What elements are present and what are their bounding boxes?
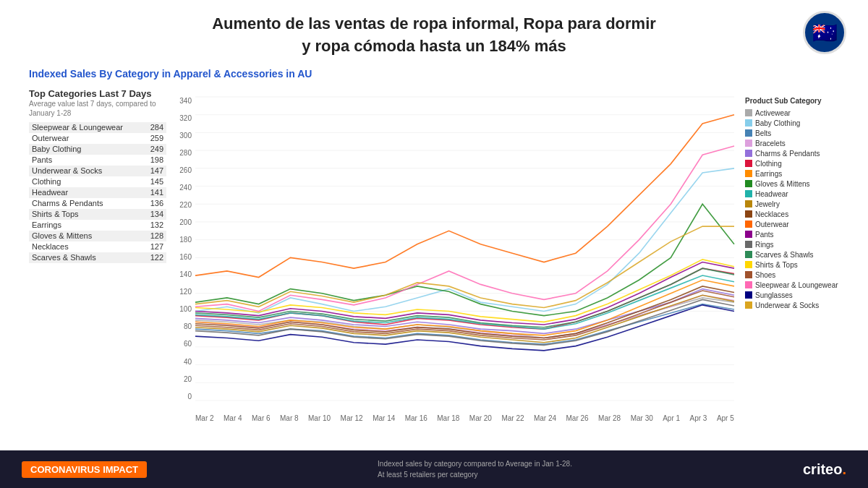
list-item: Necklaces127 xyxy=(29,241,166,252)
footer-text: Indexed sales by category compared to Av… xyxy=(378,458,572,480)
y-axis-label: 20 xyxy=(174,375,192,383)
legend-label: Rings xyxy=(755,241,774,249)
list-item: Shirts & Tops134 xyxy=(29,209,166,220)
legend-label: Shirts & Tops xyxy=(755,261,798,269)
y-axis-label: 280 xyxy=(174,149,192,157)
list-item: Outerwear259 xyxy=(29,133,166,144)
y-axis-label: 0 xyxy=(174,393,192,401)
x-axis-label: Mar 12 xyxy=(341,414,363,422)
x-axis-label: Apr 1 xyxy=(663,414,680,422)
list-item: Baby Clothing249 xyxy=(29,144,166,155)
legend-color-swatch xyxy=(745,200,752,207)
list-item: Sleepwear & Loungewear284 xyxy=(29,122,166,133)
legend-item: Bracelets xyxy=(745,140,854,147)
x-axis-label: Mar 2 xyxy=(195,414,214,422)
legend-color-swatch xyxy=(745,109,752,116)
list-item: Underwear & Socks147 xyxy=(29,166,166,176)
legend-label: Shoes xyxy=(755,271,775,279)
y-axis-label: 120 xyxy=(174,288,192,296)
legend-label: Headwear xyxy=(755,190,788,198)
legend-item: Belts xyxy=(745,129,854,137)
y-axis-label: 220 xyxy=(174,201,192,209)
legend-item: Pants xyxy=(745,231,854,239)
x-axis: Mar 2Mar 4Mar 6Mar 8Mar 10Mar 12Mar 14Ma… xyxy=(195,414,734,422)
page-title: Aumento de las ventas de ropa informal, … xyxy=(58,13,810,58)
criteo-logo: criteo. xyxy=(803,461,846,478)
legend-color-swatch xyxy=(745,231,752,238)
legend-item: Gloves & Mittens xyxy=(745,180,854,188)
y-axis-label: 140 xyxy=(174,270,192,278)
list-item: Scarves & Shawls122 xyxy=(29,252,166,263)
x-axis-label: Mar 24 xyxy=(534,414,556,422)
legend-label: Belts xyxy=(755,129,771,137)
legend-item: Sunglasses xyxy=(745,291,854,299)
y-axis-label: 240 xyxy=(174,184,192,192)
y-axis: 0204060801001201401601802002202402602803… xyxy=(174,97,192,401)
coronavirus-badge: CORONAVIRUS IMPACT xyxy=(22,461,147,478)
legend-label: Charms & Pendants xyxy=(755,150,820,158)
y-axis-label: 340 xyxy=(174,97,192,105)
legend-label: Outerwear xyxy=(755,221,789,228)
main-content: Top Categories Last 7 Days Average value… xyxy=(0,82,868,437)
legend-color-swatch xyxy=(745,241,752,248)
x-axis-label: Mar 6 xyxy=(252,414,271,422)
legend-item: Shirts & Tops xyxy=(745,261,854,269)
legend-color-swatch xyxy=(745,180,752,187)
y-axis-label: 180 xyxy=(174,236,192,244)
legend-color-swatch xyxy=(745,170,752,177)
y-axis-label: 100 xyxy=(174,305,192,313)
legend-item: Scarves & Shawls xyxy=(745,251,854,259)
x-axis-label: Mar 8 xyxy=(280,414,299,422)
legend-color-swatch xyxy=(745,221,752,228)
x-axis-label: Mar 20 xyxy=(469,414,492,422)
legend-item: Jewelry xyxy=(745,200,854,208)
legend-color-swatch xyxy=(745,160,752,167)
top-categories-title: Top Categories Last 7 Days xyxy=(29,88,166,99)
list-item: Clothing145 xyxy=(29,176,166,187)
x-axis-label: Apr 5 xyxy=(717,414,734,422)
legend-color-swatch xyxy=(745,271,752,278)
list-item: Headwear141 xyxy=(29,187,166,198)
y-axis-label: 200 xyxy=(174,218,192,226)
legend-color-swatch xyxy=(745,119,752,127)
legend-label: Bracelets xyxy=(755,140,786,147)
legend-item: Headwear xyxy=(745,190,854,198)
x-axis-label: Mar 16 xyxy=(405,414,427,422)
legend-item: Earrings xyxy=(745,170,854,178)
legend-item: Underwear & Socks xyxy=(745,301,854,309)
x-axis-label: Mar 30 xyxy=(631,414,653,422)
legend-color-swatch xyxy=(745,140,752,147)
list-item: Gloves & Mittens128 xyxy=(29,231,166,241)
legend-color-swatch xyxy=(745,291,752,299)
y-axis-label: 60 xyxy=(174,340,192,348)
legend-item: Charms & Pendants xyxy=(745,150,854,158)
legend-label: Necklaces xyxy=(755,210,788,218)
legend-item: Outerwear xyxy=(745,221,854,228)
x-axis-label: Mar 10 xyxy=(308,414,331,422)
legend: Product Sub Category ActivewearBaby Clot… xyxy=(741,82,854,437)
y-axis-label: 40 xyxy=(174,358,192,366)
legend-label: Activewear xyxy=(755,109,791,117)
legend-item: Clothing xyxy=(745,160,854,168)
x-axis-label: Mar 26 xyxy=(566,414,589,422)
list-item: Charms & Pendants136 xyxy=(29,198,166,209)
y-axis-label: 160 xyxy=(174,253,192,261)
legend-label: Scarves & Shawls xyxy=(755,251,814,259)
category-list: Sleepwear & Loungewear284Outerwear259Bab… xyxy=(29,122,166,263)
x-axis-label: Apr 3 xyxy=(690,414,707,422)
legend-item: Necklaces xyxy=(745,210,854,218)
legend-color-swatch xyxy=(745,129,752,137)
x-axis-label: Mar 22 xyxy=(501,414,524,422)
legend-color-swatch xyxy=(745,281,752,288)
legend-color-swatch xyxy=(745,251,752,258)
legend-color-swatch xyxy=(745,190,752,197)
legend-label: Gloves & Mittens xyxy=(755,180,810,188)
legend-color-swatch xyxy=(745,150,752,157)
legend-item: Activewear xyxy=(745,109,854,117)
chart-subtitle: Indexed Sales By Category in Apparel & A… xyxy=(0,64,868,82)
footer: CORONAVIRUS IMPACT Indexed sales by cate… xyxy=(0,450,868,488)
legend-label: Jewelry xyxy=(755,200,780,208)
legend-label: Sleepwear & Loungewear xyxy=(755,281,838,289)
legend-color-swatch xyxy=(745,301,752,309)
list-item: Earrings132 xyxy=(29,220,166,231)
